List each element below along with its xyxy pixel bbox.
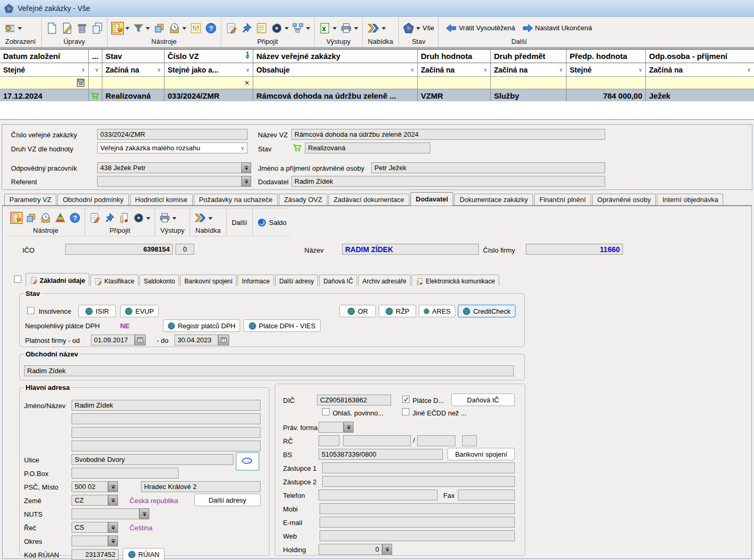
tab-dodavatel[interactable]: Dodavatel: [410, 192, 453, 206]
zastupce1-field[interactable]: [322, 462, 515, 473]
filter-stav[interactable]: Začíná na∨: [102, 63, 164, 76]
col-header-nazev[interactable]: Název veřejné zakázky: [253, 50, 418, 63]
media-button[interactable]: [271, 22, 289, 34]
filter-cislo[interactable]: Stejné jako a...∨: [164, 63, 253, 76]
zastupce2-field[interactable]: [322, 476, 515, 487]
evup-button[interactable]: EVUP: [120, 305, 159, 317]
tab-opravnene-osoby[interactable]: Oprávněné osoby: [592, 194, 656, 206]
ohlas-checkbox[interactable]: [322, 408, 329, 415]
nastavit-ukoncena-button[interactable]: Nastavit Ukončená: [523, 24, 592, 32]
col-header-predp-hodnota[interactable]: Předp. hodnota: [567, 50, 646, 63]
tab-hodnotici-komise[interactable]: Hodnotící komise: [130, 194, 193, 206]
jmeno-field[interactable]: Petr Ježek: [371, 162, 605, 173]
duplicate-icon[interactable]: [26, 212, 37, 223]
referent-field[interactable]: [97, 176, 242, 187]
col-header-stav[interactable]: Stav: [102, 50, 164, 63]
nazev-firmy-field[interactable]: RADIM ZÍDEK: [342, 244, 479, 255]
holding-field[interactable]: 0: [319, 544, 382, 555]
dalsi-adresy-button[interactable]: Další adresy: [194, 494, 261, 506]
calendar-button[interactable]: [218, 335, 229, 345]
filter-druh-predmet[interactable]: Začíná na∨: [491, 63, 567, 76]
col-header-dots[interactable]: ...: [89, 50, 102, 63]
dodavatel-field[interactable]: Radim Zídek: [291, 176, 605, 187]
copy-record-icon[interactable]: [91, 22, 103, 34]
filter-builder-icon[interactable]: [76, 78, 85, 87]
history-clock-icon[interactable]: [40, 212, 51, 223]
subtab-zakladni-udaje[interactable]: Základní údaje: [26, 273, 89, 286]
attach-note-icon[interactable]: [89, 212, 100, 223]
holding-lookup-button[interactable]: [382, 544, 392, 555]
tab-pozadavky[interactable]: Požadavky na uchazeče: [194, 194, 278, 206]
filter-input-dots[interactable]: [89, 77, 102, 89]
print-button[interactable]: [159, 212, 176, 223]
okres-field[interactable]: [72, 535, 108, 546]
calendar-button[interactable]: [135, 335, 146, 345]
filter-button[interactable]: [133, 23, 150, 33]
prav-forma-lookup-button[interactable]: [344, 422, 354, 433]
filter-input-odp-osoba[interactable]: [646, 77, 754, 89]
nuts-field[interactable]: [72, 508, 139, 519]
pin-icon[interactable]: [241, 22, 252, 34]
help-icon[interactable]: [205, 22, 217, 34]
email-field[interactable]: [320, 517, 515, 528]
delete-record-icon[interactable]: [76, 22, 88, 34]
obchodni-nazev-field[interactable]: Radim Zídek: [24, 365, 514, 376]
cislo-vz-field[interactable]: 033/2024/ZMR: [97, 129, 248, 140]
subtab-checkbox[interactable]: [14, 276, 21, 283]
subtab-danova-ic[interactable]: Daňová IČ: [319, 275, 357, 286]
tab-interni-objednavka[interactable]: Interní objednávka: [657, 194, 723, 206]
filter-input-datum[interactable]: [0, 77, 89, 89]
workflow-button[interactable]: [292, 22, 310, 34]
platnost-od-field[interactable]: 01.09.2017: [91, 335, 135, 345]
print-button[interactable]: [340, 22, 358, 34]
tab-financni-plneni[interactable]: Finanční plnění: [534, 194, 591, 206]
isir-button[interactable]: ISIR: [78, 305, 116, 317]
history-button[interactable]: [169, 22, 186, 34]
referent-lookup-button[interactable]: [241, 176, 251, 187]
okres-lookup-button[interactable]: [108, 535, 118, 546]
filter-input-stav[interactable]: [102, 77, 164, 89]
settings-sliders-icon[interactable]: [190, 22, 202, 34]
platce-dph-vies-button[interactable]: Plátce DPH - VIES: [243, 319, 321, 332]
rec-field[interactable]: CS: [72, 522, 108, 533]
supplier-group-dalsi[interactable]: Další: [227, 208, 253, 236]
new-record-icon[interactable]: [46, 22, 57, 34]
tab-dokumentace-zakazky[interactable]: Dokumentace zakázky: [454, 194, 533, 206]
col-header-druh-hodnota[interactable]: Druh hodnota: [418, 50, 491, 63]
zeme-field[interactable]: CZ: [72, 495, 108, 506]
subtab-klasifikace[interactable]: Klasifikace: [90, 275, 138, 286]
document-scroll-icon[interactable]: [119, 212, 129, 223]
ico-field[interactable]: 6398154: [65, 244, 173, 255]
druh-vz-select[interactable]: Veřejná zakázka malého rozsahu∨: [97, 142, 248, 153]
filter-dots[interactable]: ∨: [89, 63, 102, 76]
filter-druh-hodnota[interactable]: Začíná na∨: [418, 63, 491, 76]
ruian-button[interactable]: RÚIAN: [123, 548, 164, 560]
status-filter-button[interactable]: Vše: [403, 22, 434, 33]
psc-lookup-button[interactable]: [108, 481, 118, 492]
saldo-button[interactable]: Saldo: [253, 208, 290, 236]
danova-ic-button[interactable]: Daňová IČ: [451, 394, 515, 406]
col-header-cislo[interactable]: Číslo VZ 1: [164, 50, 253, 63]
filter-input-druh-hodnota[interactable]: [418, 77, 491, 89]
web-field[interactable]: [320, 530, 515, 541]
cislo-firmy-field[interactable]: 11660: [526, 244, 623, 255]
insolvence-checkbox[interactable]: [27, 307, 34, 314]
nuts-lookup-button[interactable]: [139, 508, 149, 519]
subtab-archiv-adresare[interactable]: Archiv adresáře: [358, 275, 410, 286]
offer-menu-button[interactable]: [367, 23, 386, 33]
bankovni-spojeni-button[interactable]: Bankovní spojení: [447, 448, 515, 460]
grid-settings-button[interactable]: [11, 212, 22, 223]
media-button[interactable]: [133, 212, 150, 223]
grid-settings-button[interactable]: [112, 22, 129, 34]
filter-input-cislo[interactable]: ✕: [164, 77, 253, 89]
subtab-bankovni-spojeni[interactable]: Bankovní spojení: [180, 275, 237, 286]
rc-field-4[interactable]: [462, 435, 477, 446]
view-menu-button[interactable]: [4, 22, 22, 34]
nazev-vz-field[interactable]: Rámcová dohoda na údržbu zeleně 2024: [291, 129, 605, 140]
offer-menu-button[interactable]: [194, 213, 213, 223]
or-button[interactable]: OR: [339, 305, 376, 317]
filter-input-nazev[interactable]: [253, 77, 418, 89]
stav-field[interactable]: Realizovaná: [305, 142, 430, 153]
dic-field[interactable]: CZ9058163862: [317, 395, 391, 406]
tab-obchodni-podminky[interactable]: Obchodní podmínky: [57, 194, 128, 206]
